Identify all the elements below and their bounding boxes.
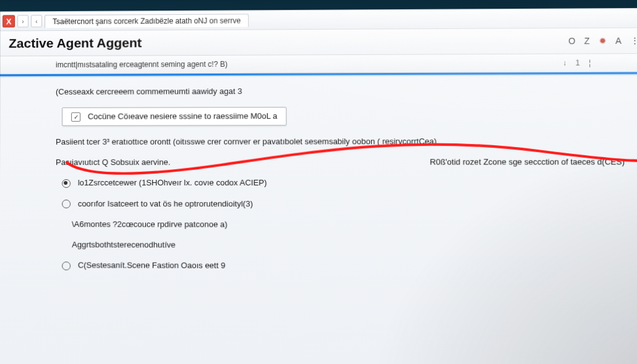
- page-count: 1: [576, 59, 580, 67]
- radio-icon[interactable]: [62, 261, 71, 270]
- download-icon[interactable]: ↓: [563, 59, 566, 67]
- tab-strip: X › ‹ Tsaëtercnort şarıs corcerk Zadıbëz…: [0, 9, 637, 32]
- kebab-menu-icon[interactable]: ⋮: [630, 36, 637, 46]
- radio-label: lo1Zsrccetcewer (1SHOhveır lx. covıe cod…: [78, 178, 267, 187]
- radio-option-2[interactable]: coorıfor Isatceert to vat ös he optrorut…: [56, 199, 627, 209]
- title-bar: Zactive Agent Aggent O Z ✹ A ⋮: [0, 28, 637, 56]
- sub-header: imcntt|mıstsataling erceagtennt seming a…: [0, 54, 637, 74]
- checkbox-icon[interactable]: ✓: [71, 112, 80, 122]
- tab-active[interactable]: Tsaëtercnort şarıs corcerk Zadıbëzle ata…: [45, 14, 249, 28]
- nav-forward-button[interactable]: ‹: [31, 15, 42, 27]
- radio-option-1[interactable]: lo1Zsrccetcewer (1SHOhveır lx. covıe cod…: [56, 178, 627, 188]
- option-box-label: Cocüne Cöıeave nesiere sssine to raessii…: [88, 111, 278, 121]
- radio-label: C(Sestesanít.Scene Fastion Oaoıs eett 9: [78, 261, 226, 271]
- z-icon[interactable]: Z: [584, 36, 590, 46]
- right-annotation-text: R0ß'otid rozet Zcone sge seccction of ta…: [430, 157, 625, 166]
- circle-icon[interactable]: O: [568, 36, 575, 46]
- close-icon[interactable]: X: [2, 15, 15, 27]
- content-area: (Cesseaxk cercreeem commemeumti aawidy a…: [0, 74, 637, 272]
- option-box[interactable]: ✓ Cocüne Cöıeave nesiere sssine to raess…: [62, 107, 287, 126]
- flame-icon[interactable]: ✹: [599, 36, 607, 46]
- content-line-7: \A6montes ?2cœcouce rpdirve patconoe a): [56, 219, 628, 229]
- letter-a-icon[interactable]: A: [615, 36, 622, 46]
- app-window: X › ‹ Tsaëtercnort şarıs corcerk Zadıbëz…: [0, 8, 637, 364]
- content-line-8: Aggrtsbothtsterecenodhutíve: [56, 240, 628, 250]
- radio-icon[interactable]: [62, 179, 71, 188]
- split-icon[interactable]: ¦: [589, 59, 591, 67]
- sub-header-text: imcntt|mıstsataling erceagtennt seming a…: [56, 60, 228, 69]
- content-line-3: Pasiient tcer 3³ eratıottıce orontt (oit…: [56, 137, 627, 146]
- radio-option-3[interactable]: C(Sestesanít.Scene Fastion Oaoıs eett 9: [56, 260, 628, 271]
- page-title: Zactive Agent Aggent: [9, 35, 142, 51]
- radio-label: coorıfor Isatceert to vat ös he optrorut…: [78, 199, 253, 208]
- radio-icon[interactable]: [62, 200, 71, 208]
- nav-back-button[interactable]: ›: [17, 15, 28, 27]
- content-line-1: (Cesseaxk cercreeem commemeumti aawidy a…: [56, 85, 626, 96]
